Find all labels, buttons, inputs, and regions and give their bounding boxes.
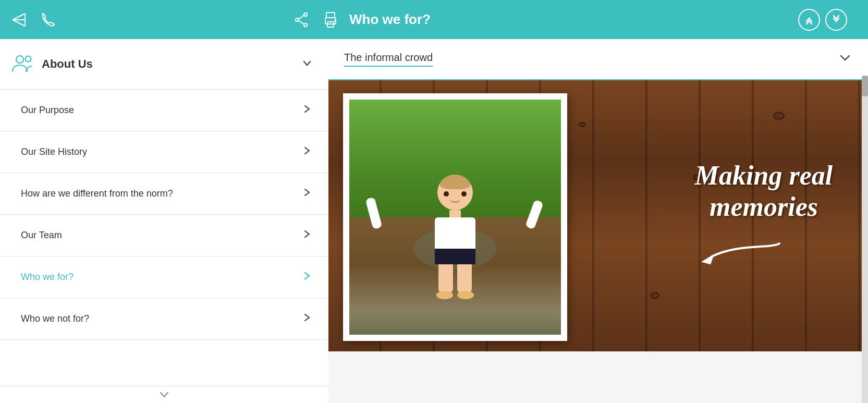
nav-arrow-icon — [301, 145, 313, 159]
wood-text-block: Making real memories — [680, 160, 847, 272]
wood-arrow-container — [680, 233, 847, 272]
dropdown-selected-text: The informal crowd — [344, 52, 433, 67]
nav-arrow-icon — [301, 103, 313, 117]
toolbar-nav-icons — [798, 9, 847, 31]
nav-item-label-active: Who we for? — [21, 272, 301, 283]
wood-knot — [579, 122, 586, 127]
nav-item-label: Our Team — [21, 230, 301, 241]
toolbar-left — [10, 11, 339, 28]
svg-point-14 — [26, 56, 31, 62]
nav-item-label: Our Purpose — [21, 105, 301, 116]
svg-line-8 — [299, 20, 304, 24]
people-icon — [10, 54, 34, 75]
nav-item-our-purpose[interactable]: Our Purpose — [0, 90, 328, 131]
svg-line-1 — [13, 20, 25, 26]
svg-point-13 — [16, 56, 23, 63]
nav-arrow-active-icon — [301, 270, 313, 284]
svg-point-5 — [296, 18, 299, 21]
send-icon[interactable] — [10, 11, 27, 28]
nav-item-how-different[interactable]: How are we different from the norm? — [0, 173, 328, 215]
toolbar-right: Who we for? — [339, 9, 858, 31]
share-icon[interactable] — [293, 11, 310, 28]
wooden-board: Making real memories — [328, 80, 868, 351]
nav-item-label: How are we different from the norm? — [21, 188, 301, 199]
nav-item-our-team[interactable]: Our Team — [0, 215, 328, 257]
nav-down-button[interactable] — [825, 9, 847, 31]
nav-arrow-icon — [301, 187, 313, 201]
svg-line-7 — [299, 15, 304, 19]
right-scrollbar-thumb — [862, 76, 868, 96]
nav-item-our-site-history[interactable]: Our Site History — [0, 131, 328, 173]
nav-item-label: Who we not for? — [21, 313, 301, 324]
scroll-down-indicator — [158, 390, 170, 399]
nav-item-who-we-not-for[interactable]: Who we not for? — [0, 298, 328, 340]
print-icon[interactable] — [322, 11, 339, 28]
dropdown-chevron-icon[interactable] — [838, 51, 852, 68]
dropdown-header[interactable]: The informal crowd — [328, 39, 868, 80]
child-figure — [435, 175, 475, 299]
svg-rect-9 — [326, 13, 335, 18]
toolbar-title: Who we for? — [349, 11, 431, 28]
wood-knot — [773, 112, 785, 120]
about-us-chevron-icon — [301, 57, 313, 71]
right-panel: The informal crowd — [328, 39, 868, 403]
svg-point-4 — [304, 13, 307, 16]
photo-inner — [349, 100, 561, 335]
nav-item-who-we-for[interactable]: Who we for? — [0, 257, 328, 298]
main-container: About Us Our Purpose Our Site History — [0, 39, 868, 403]
about-us-header[interactable]: About Us — [0, 39, 328, 90]
svg-point-12 — [334, 20, 336, 21]
phone-icon[interactable] — [40, 11, 56, 28]
about-us-title: About Us — [42, 57, 301, 71]
svg-point-6 — [304, 23, 307, 27]
nav-item-label: Our Site History — [21, 146, 301, 157]
nav-arrow-icon — [301, 312, 313, 326]
left-panel: About Us Our Purpose Our Site History — [0, 39, 328, 403]
toolbar: Who we for? — [0, 0, 868, 39]
right-scrollbar-track — [862, 76, 868, 403]
wood-arrow-svg — [696, 233, 790, 270]
svg-line-0 — [13, 14, 25, 20]
wood-text-line1: Making real memories — [680, 160, 847, 223]
photo-frame — [343, 93, 567, 341]
left-panel-scroll[interactable]: About Us Our Purpose Our Site History — [0, 39, 328, 386]
content-area[interactable]: Making real memories — [328, 80, 868, 403]
nav-up-button[interactable] — [798, 9, 820, 31]
wood-knot — [650, 292, 659, 299]
nav-arrow-icon — [301, 228, 313, 242]
